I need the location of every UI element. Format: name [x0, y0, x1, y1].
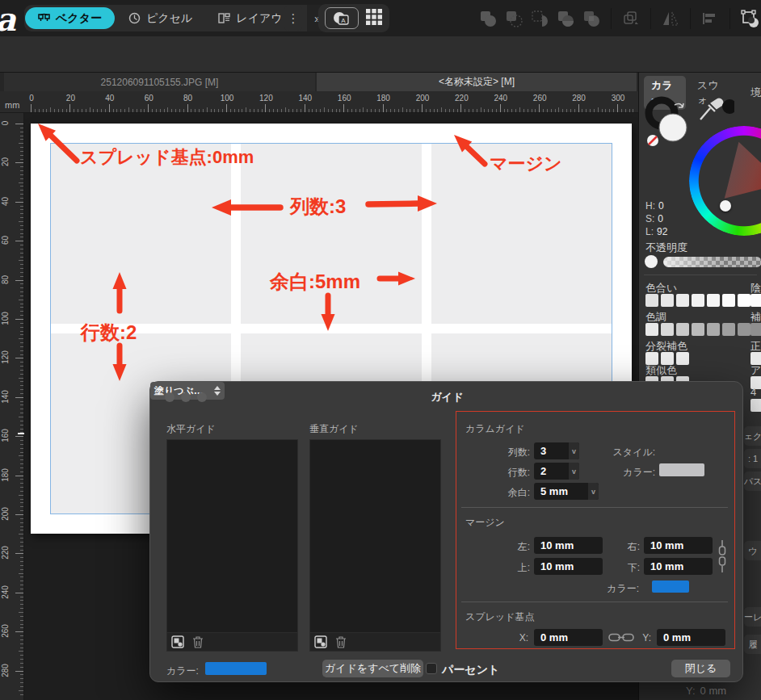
- ruler-tick: [426, 109, 427, 112]
- color-swatch[interactable]: [707, 294, 720, 307]
- ruler-tick: [543, 109, 544, 112]
- align-icon[interactable]: [700, 9, 720, 28]
- picked-color-well[interactable]: [722, 99, 734, 114]
- toolbar-divider: [690, 8, 691, 29]
- ruler-tick: [246, 107, 246, 112]
- clipped-panel-tab[interactable]: ウ: [744, 541, 761, 560]
- ruler-tick: [20, 581, 23, 581]
- color-swatch[interactable]: [738, 294, 750, 307]
- opacity-label: 不透明度: [645, 241, 687, 255]
- ruler-tick: [460, 104, 461, 112]
- boolean-add-icon[interactable]: [478, 9, 498, 28]
- trash-icon[interactable]: [335, 635, 347, 648]
- ruler-tick: [316, 109, 317, 112]
- boolean-combine-icon[interactable]: [582, 9, 601, 28]
- vertical-ruler[interactable]: 020406080100120140160180200220240260280: [0, 113, 24, 700]
- color-wheel-handle[interactable]: [720, 200, 731, 212]
- horizontal-ruler[interactable]: 0204060801001201401601802002202402602803…: [0, 91, 638, 113]
- close-dialog-button[interactable]: 閉じる: [671, 660, 730, 677]
- add-guide-icon[interactable]: [171, 635, 184, 648]
- ruler-tick: [20, 170, 23, 171]
- color-swatch[interactable]: [676, 323, 689, 336]
- ruler-tick: [238, 109, 239, 112]
- transform-mode-icon[interactable]: [740, 8, 761, 29]
- ruler-number: 40: [1, 189, 10, 213]
- clipped-panel-tab[interactable]: ーレ: [744, 607, 761, 627]
- eyedropper-tool[interactable]: [697, 97, 734, 123]
- ruler-tick: [20, 499, 23, 500]
- persona-label: ベクター: [56, 11, 102, 26]
- color-swatch[interactable]: [645, 294, 658, 307]
- annotation-spread-origin: スプレッド基点:0mm: [80, 145, 254, 170]
- flip-icon[interactable]: [661, 9, 680, 28]
- studio-grid-button[interactable]: [365, 8, 383, 29]
- add-guide-icon[interactable]: [314, 635, 327, 648]
- delete-all-guides-button[interactable]: ガイドをすべて削除: [322, 660, 423, 677]
- document-tab-active[interactable]: <名称未設定> [M]: [317, 73, 637, 91]
- ruler-tick: [62, 109, 63, 112]
- ruler-tick: [262, 109, 263, 112]
- ruler-tick: [465, 109, 465, 112]
- column-guide-cell: [51, 144, 231, 324]
- ruler-tick: [20, 174, 23, 175]
- ruler-tick: [20, 401, 23, 402]
- boolean-divide-icon[interactable]: [556, 9, 575, 28]
- clipped-panel-tab[interactable]: 履: [744, 635, 761, 654]
- color-swatch[interactable]: [750, 323, 761, 336]
- character-panel-button[interactable]: A: [325, 7, 359, 29]
- color-swatch[interactable]: [722, 294, 735, 307]
- clipped-panel-tab[interactable]: パス: [744, 472, 761, 491]
- color-swatch[interactable]: [645, 323, 658, 336]
- ruler-number: 180: [1, 463, 10, 487]
- ruler-tick: [132, 109, 133, 112]
- fill-stroke-selector[interactable]: [642, 95, 699, 152]
- ruler-tick: [19, 221, 23, 222]
- ruler-tick: [78, 109, 78, 112]
- ruler-tick: [20, 194, 23, 195]
- persona-label: ピクセル: [146, 11, 192, 26]
- opacity-slider-knob[interactable]: [645, 255, 658, 268]
- percent-checkbox[interactable]: [426, 663, 437, 674]
- ruler-tick: [437, 109, 438, 112]
- persona-tab-pixel[interactable]: ピクセル: [116, 5, 205, 31]
- ruler-tick: [20, 291, 23, 292]
- horizontal-guides-list[interactable]: [166, 439, 298, 633]
- ruler-tick: [394, 109, 395, 112]
- color-swatch[interactable]: [661, 323, 674, 336]
- ruler-number: 120: [257, 94, 275, 103]
- color-swatch[interactable]: [750, 294, 761, 307]
- color-swatch[interactable]: [661, 294, 674, 307]
- opacity-slider-track[interactable]: [663, 257, 761, 267]
- color-swatch[interactable]: [692, 294, 704, 307]
- color-swatch[interactable]: [738, 323, 750, 336]
- trash-icon[interactable]: [192, 635, 204, 648]
- layout-icon: [218, 12, 230, 24]
- context-toolbar: 自動選択: ドキュメント設定... アプリ設定...: [0, 36, 761, 73]
- tab-clipped[interactable]: 境: [750, 86, 761, 100]
- color-swatch[interactable]: [692, 323, 704, 336]
- persona-tab-vector[interactable]: ベクター: [25, 7, 115, 29]
- persona-more-menu[interactable]: ⋮: [284, 5, 302, 31]
- guide-color-swatch[interactable]: [205, 662, 267, 675]
- clipped-panel-tab[interactable]: : 1: [744, 449, 761, 468]
- ruler-tick: [20, 229, 23, 230]
- color-swatch[interactable]: [707, 323, 720, 336]
- boolean-intersect-icon[interactable]: [530, 9, 549, 28]
- ruler-tick: [58, 109, 59, 112]
- ruler-tick: [336, 109, 337, 112]
- ruler-tick: [195, 109, 196, 112]
- color-swatch[interactable]: [750, 399, 761, 412]
- color-swatch[interactable]: [676, 294, 689, 307]
- ruler-tick: [410, 109, 410, 112]
- vertical-guides-list[interactable]: [309, 439, 441, 633]
- document-tab[interactable]: 251206091105155.JPG [M]: [4, 73, 315, 91]
- layer-order-icon[interactable]: [621, 9, 641, 28]
- ruler-tick: [164, 109, 165, 112]
- color-swatch[interactable]: [676, 352, 689, 365]
- clipped-panel-tab[interactable]: ェク: [744, 426, 761, 446]
- boolean-subtract-icon[interactable]: [504, 9, 523, 28]
- ruler-tick: [20, 655, 23, 656]
- color-swatch[interactable]: [722, 323, 735, 336]
- ruler-tick: [20, 249, 23, 249]
- ruler-number: 220: [452, 94, 470, 103]
